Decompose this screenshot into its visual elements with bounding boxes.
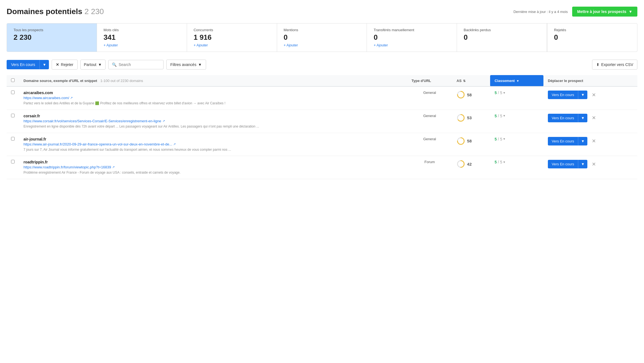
stat-concurrents[interactable]: Concurrents 1 916 + Ajouter bbox=[187, 23, 277, 52]
vers-en-cours-button[interactable]: Vers En cours bbox=[7, 60, 40, 69]
as-circle-chart bbox=[457, 91, 465, 99]
vers-en-cours-row-button[interactable]: Vers En cours bbox=[548, 137, 578, 145]
chevron-down-icon: ▼ bbox=[629, 9, 632, 14]
domain-url[interactable]: https://www.aircaraibes.com/ ↗ bbox=[23, 96, 403, 100]
action-button-group: Vers En cours ▼ bbox=[548, 160, 587, 168]
domain-name: roadtrippin.fr bbox=[23, 160, 403, 164]
domain-cell: aircaraibes.com https://www.aircaraibes.… bbox=[19, 86, 407, 110]
domain-snippet: Enregistrement en ligne disponible dès 7… bbox=[23, 124, 403, 129]
stat-mots-cles[interactable]: Mots clés 341 + Ajouter bbox=[97, 23, 187, 52]
row-checkbox-cell[interactable] bbox=[7, 156, 19, 179]
stat-label: Tous les prospects bbox=[14, 28, 90, 32]
row-checkbox[interactable] bbox=[11, 160, 15, 163]
row-checkbox[interactable] bbox=[11, 114, 15, 117]
header-right: Dernière mise à jour : il y a 4 mois Met… bbox=[513, 7, 637, 17]
as-score-value: 53 bbox=[467, 115, 472, 120]
stat-backlinks[interactable]: Backlinks perdus 0 bbox=[457, 23, 547, 52]
search-icon: 🔍 bbox=[112, 62, 117, 67]
stat-add-link[interactable]: + Ajouter bbox=[284, 43, 298, 47]
as-cell: 58 bbox=[452, 133, 490, 156]
external-link-icon: ↗ bbox=[70, 96, 73, 100]
domain-url[interactable]: https://www.corsair.fr/vol/services/Serv… bbox=[23, 119, 403, 123]
rank-separator: / bbox=[498, 160, 499, 164]
domain-url-link[interactable]: https://www.air-journal.fr/2020-09-29-ai… bbox=[23, 142, 172, 146]
chevron-down-icon: ▼ bbox=[43, 63, 46, 67]
stat-label: Transférés manuellement bbox=[374, 28, 450, 32]
reject-row-button[interactable]: ✕ bbox=[590, 114, 598, 122]
stat-add-link[interactable]: + Ajouter bbox=[194, 43, 208, 47]
domain-snippet: 7 jours sur 7, Air Journal vous informe … bbox=[23, 147, 403, 152]
url-type-header-label: Type d'URL bbox=[412, 79, 431, 83]
classement-header-label: Classement bbox=[495, 79, 515, 83]
export-label: Exporter vers CSV bbox=[601, 62, 633, 67]
as-column-header[interactable]: AS ⇅ bbox=[452, 75, 490, 86]
sort-icon: ▼ bbox=[516, 79, 519, 83]
classement-column-header[interactable]: Classement ▼ bbox=[490, 75, 543, 86]
action-dropdown-button[interactable]: ▼ bbox=[578, 91, 587, 99]
select-all-checkbox-cell[interactable] bbox=[7, 75, 19, 86]
vers-en-cours-group: Vers En cours ▼ bbox=[7, 60, 49, 69]
row-checkbox-cell[interactable] bbox=[7, 110, 19, 133]
domain-url-link[interactable]: https://www.aircaraibes.com/ bbox=[23, 96, 69, 100]
row-checkbox[interactable] bbox=[11, 91, 15, 94]
vers-en-cours-row-button[interactable]: Vers En cours bbox=[548, 160, 578, 168]
title-count: 2 230 bbox=[85, 7, 104, 16]
domain-cell: air-journal.fr https://www.air-journal.f… bbox=[19, 133, 407, 156]
url-type-cell: General bbox=[407, 133, 452, 156]
export-csv-button[interactable]: ⬆ Exporter vers CSV bbox=[592, 60, 637, 70]
chevron-down-icon: ▼ bbox=[581, 139, 585, 143]
rank-down-icon: ▾ bbox=[503, 114, 505, 118]
rank-value: 5 bbox=[495, 114, 497, 118]
select-all-checkbox[interactable] bbox=[11, 78, 15, 82]
chevron-down-icon: ▼ bbox=[581, 162, 585, 166]
partout-select[interactable]: Partout ▼ bbox=[80, 60, 106, 70]
stat-label: Concurrents bbox=[194, 28, 270, 32]
as-cell: 58 bbox=[452, 86, 490, 110]
rank-value: 5 bbox=[495, 91, 497, 95]
as-score-value: 42 bbox=[467, 162, 472, 166]
row-checkbox-cell[interactable] bbox=[7, 133, 19, 156]
action-dropdown-button[interactable]: ▼ bbox=[578, 160, 587, 168]
table-header-row: Domaine source, exemple d'URL et snippet… bbox=[7, 75, 637, 86]
vers-en-cours-dropdown[interactable]: ▼ bbox=[40, 60, 49, 69]
x-icon: ✕ bbox=[56, 62, 59, 67]
action-dropdown-button[interactable]: ▼ bbox=[578, 137, 587, 145]
row-checkbox[interactable] bbox=[11, 137, 15, 141]
domains-table: Domaine source, exemple d'URL et snippet… bbox=[7, 75, 637, 179]
domain-name: aircaraibes.com bbox=[23, 91, 403, 95]
stat-tous-prospects[interactable]: Tous les prospects 2 230 bbox=[7, 23, 97, 52]
filtres-avances-button[interactable]: Filtres avancés ▼ bbox=[166, 60, 206, 70]
domain-url[interactable]: https://www.air-journal.fr/2020-09-29-ai… bbox=[23, 142, 403, 146]
reject-row-button[interactable]: ✕ bbox=[590, 91, 598, 99]
stat-value: 2 230 bbox=[14, 33, 90, 42]
vers-en-cours-row-button[interactable]: Vers En cours bbox=[548, 114, 578, 122]
row-checkbox-cell[interactable] bbox=[7, 86, 19, 110]
url-type-cell: General bbox=[407, 86, 452, 110]
stat-add-link[interactable]: + Ajouter bbox=[104, 43, 118, 47]
rejeter-button[interactable]: ✕ Rejeter bbox=[52, 60, 77, 70]
domain-name: air-journal.fr bbox=[23, 137, 403, 141]
update-prospects-button[interactable]: Mettre à jour les prospects ▼ bbox=[572, 7, 637, 17]
stat-rejetes[interactable]: Rejetés 0 bbox=[547, 23, 637, 52]
stats-bar: Tous les prospects 2 230 Mots clés 341 +… bbox=[7, 23, 637, 52]
domain-url-link[interactable]: https://www.corsair.fr/vol/services/Serv… bbox=[23, 119, 161, 123]
domain-name: corsair.fr bbox=[23, 114, 403, 118]
stat-label: Rejetés bbox=[554, 28, 630, 32]
url-type-column-header: Type d'URL bbox=[407, 75, 452, 86]
domain-url-link[interactable]: https://www.roadtrippin.fr/forum/viewtop… bbox=[23, 165, 111, 169]
action-dropdown-button[interactable]: ▼ bbox=[578, 114, 587, 122]
search-box[interactable]: 🔍 bbox=[108, 60, 164, 69]
search-input[interactable] bbox=[119, 62, 160, 67]
stat-transferes[interactable]: Transférés manuellement 0 + Ajouter bbox=[367, 23, 457, 52]
stat-mentions[interactable]: Mentions 0 + Ajouter bbox=[277, 23, 367, 52]
stat-add-link[interactable]: + Ajouter bbox=[374, 43, 388, 47]
domain-url[interactable]: https://www.roadtrippin.fr/forum/viewtop… bbox=[23, 165, 403, 169]
rank-separator: / bbox=[498, 137, 499, 141]
stat-value: 0 bbox=[464, 33, 540, 42]
vers-en-cours-row-button[interactable]: Vers En cours bbox=[548, 91, 578, 99]
stat-value: 0 bbox=[284, 33, 360, 42]
stat-value: 0 bbox=[554, 33, 630, 42]
reject-row-button[interactable]: ✕ bbox=[590, 160, 598, 168]
reject-row-button[interactable]: ✕ bbox=[590, 137, 598, 145]
domain-header-label: Domaine source, exemple d'URL et snippet bbox=[23, 79, 97, 83]
